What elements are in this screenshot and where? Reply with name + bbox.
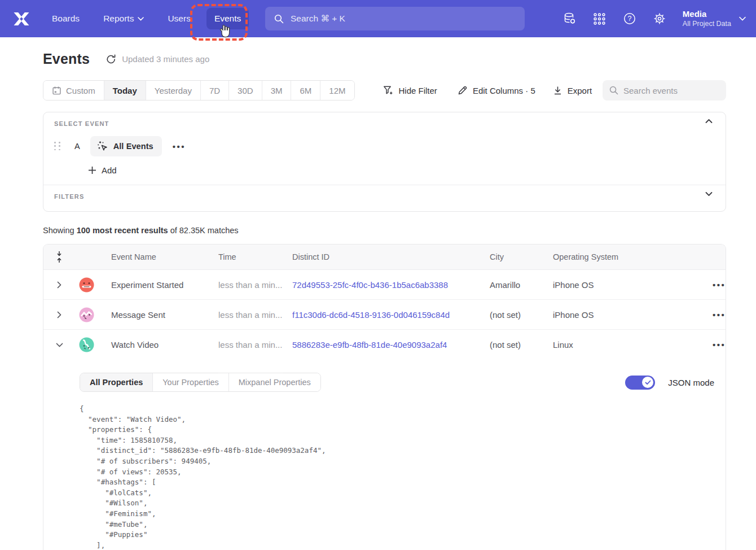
toggle-knob xyxy=(642,377,653,388)
json-viewer[interactable]: { "event": "Watch Video", "properties": … xyxy=(80,404,726,550)
event-more-icon[interactable]: ••• xyxy=(173,142,186,151)
date-range-6m[interactable]: 6M xyxy=(291,81,320,100)
mixpanel-logo-icon[interactable] xyxy=(11,10,32,27)
edit-columns-button[interactable]: Edit Columns · 5 xyxy=(458,85,535,95)
column-city: City xyxy=(490,252,553,261)
date-range-3m[interactable]: 3M xyxy=(262,81,292,100)
check-icon xyxy=(645,380,651,385)
date-range-label: 30D xyxy=(238,86,253,95)
event-os: Linux xyxy=(553,340,670,350)
event-time: less than a min... xyxy=(218,340,292,350)
chevron-down-icon xyxy=(739,16,746,21)
row-more-icon[interactable]: ••• xyxy=(713,310,726,320)
tab-mixpanel-properties[interactable]: Mixpanel Properties xyxy=(229,373,320,391)
summary-suffix: of 82.35K matches xyxy=(168,226,239,235)
calendar-icon xyxy=(52,86,61,95)
help-icon[interactable]: ? xyxy=(623,12,636,25)
global-search-input[interactable]: Search ⌘ + K xyxy=(265,7,525,30)
collapse-all-icon[interactable] xyxy=(43,250,75,264)
nav-item-label: Events xyxy=(214,14,241,24)
event-row-letter: A xyxy=(74,142,80,151)
edit-columns-label: Edit Columns · 5 xyxy=(473,86,535,95)
properties-tabs: All Properties Your Properties Mixpanel … xyxy=(80,373,321,392)
chevron-down-icon[interactable] xyxy=(705,191,718,204)
results-summary: Showing 100 most recent results of 82.35… xyxy=(43,226,239,235)
download-icon xyxy=(553,86,562,95)
hide-filter-button[interactable]: Hide Filter xyxy=(383,85,437,95)
search-icon xyxy=(609,86,618,95)
chevron-up-icon[interactable] xyxy=(705,119,718,131)
summary-count: 100 most recent results xyxy=(77,226,168,235)
row-more-icon[interactable]: ••• xyxy=(713,340,726,350)
event-city: (not set) xyxy=(490,340,553,350)
table-row: Message Sent less than a min... f11c30d6… xyxy=(43,300,726,330)
svg-text:?: ? xyxy=(627,15,631,23)
chevron-right-icon[interactable] xyxy=(51,277,67,293)
chevron-down-icon[interactable] xyxy=(51,337,67,353)
chevron-down-icon xyxy=(138,17,144,21)
nav-item-users[interactable]: Users xyxy=(160,8,198,29)
page-title: Events xyxy=(43,51,90,67)
date-range-label: 7D xyxy=(209,86,220,95)
project-subtitle: All Project Data xyxy=(683,19,731,29)
event-name[interactable]: Message Sent xyxy=(111,310,218,320)
date-range-yesterday[interactable]: Yesterday xyxy=(146,81,201,100)
tab-all-properties[interactable]: All Properties xyxy=(80,373,153,391)
date-range-label: Yesterday xyxy=(155,86,192,95)
apps-grid-icon[interactable] xyxy=(593,12,606,25)
column-distinct-id: Distinct ID xyxy=(292,252,490,261)
nav-item-reports[interactable]: Reports xyxy=(95,8,152,29)
event-time: less than a min... xyxy=(218,280,292,290)
event-avatar xyxy=(79,307,94,322)
refresh-icon[interactable] xyxy=(106,54,117,65)
distinct-id-link[interactable]: 72d49553-25fc-4f0c-b436-1b5ac6ab3388 xyxy=(292,280,490,290)
event-name[interactable]: Experiment Started xyxy=(111,280,218,290)
search-events-input[interactable]: Search events xyxy=(603,80,726,101)
search-events-placeholder: Search events xyxy=(623,86,678,95)
data-management-icon[interactable] xyxy=(563,12,577,25)
drag-handle-icon[interactable] xyxy=(54,142,61,151)
nav-menu: Boards Reports Users Events xyxy=(44,8,249,29)
json-mode-toggle[interactable] xyxy=(625,376,655,390)
add-event-button[interactable]: Add xyxy=(88,165,117,175)
funnel-plus-icon xyxy=(383,85,394,95)
date-range-12m[interactable]: 12M xyxy=(320,81,354,100)
date-range-today[interactable]: Today xyxy=(104,81,146,100)
divider xyxy=(43,185,726,185)
event-city: Amarillo xyxy=(490,280,553,290)
distinct-id-link[interactable]: f11c30d6-dc6d-4518-9136-0d046159c84d xyxy=(292,310,490,320)
column-os: Operating System xyxy=(553,252,670,261)
navbar-right: ? Media All Project Data xyxy=(563,0,746,37)
export-label: Export xyxy=(568,86,592,95)
project-name: Media xyxy=(683,8,731,19)
event-avatar xyxy=(79,337,94,352)
distinct-id-link[interactable]: 5886283e-e9fb-48fb-81de-40e9093a2af4 xyxy=(292,340,490,350)
event-avatar xyxy=(79,277,94,293)
date-range-label: Today xyxy=(113,86,137,95)
date-range-7d[interactable]: 7D xyxy=(201,81,229,100)
project-selector[interactable]: Media All Project Data xyxy=(683,8,746,29)
event-selector-chip[interactable]: All Events xyxy=(90,136,162,156)
date-range-custom[interactable]: Custom xyxy=(43,81,104,100)
tab-your-properties[interactable]: Your Properties xyxy=(153,373,228,391)
nav-item-label: Boards xyxy=(52,14,80,24)
filters-label: FILTERS xyxy=(54,193,84,200)
events-table: Event Name Time Distinct ID City Operati… xyxy=(43,244,726,550)
updated-timestamp: Updated 3 minutes ago xyxy=(122,54,209,64)
row-more-icon[interactable]: ••• xyxy=(713,280,726,290)
plus-icon xyxy=(88,166,96,174)
json-mode-label: JSON mode xyxy=(668,378,714,387)
hide-filter-label: Hide Filter xyxy=(399,86,437,95)
chevron-right-icon[interactable] xyxy=(51,307,67,322)
export-button[interactable]: Export xyxy=(553,86,592,95)
settings-gear-icon[interactable] xyxy=(653,12,666,25)
event-name[interactable]: Watch Video xyxy=(111,340,218,350)
date-range-control: Custom Today Yesterday 7D 30D 3M 6M 12M xyxy=(43,80,355,101)
table-row-expanded: Watch Video less than a min... 5886283e-… xyxy=(43,330,726,360)
nav-item-label: Users xyxy=(168,14,190,24)
date-range-30d[interactable]: 30D xyxy=(229,81,262,100)
pencil-icon xyxy=(458,85,468,95)
nav-item-boards[interactable]: Boards xyxy=(44,8,87,29)
column-time: Time xyxy=(218,252,292,261)
column-event-name: Event Name xyxy=(111,252,218,261)
